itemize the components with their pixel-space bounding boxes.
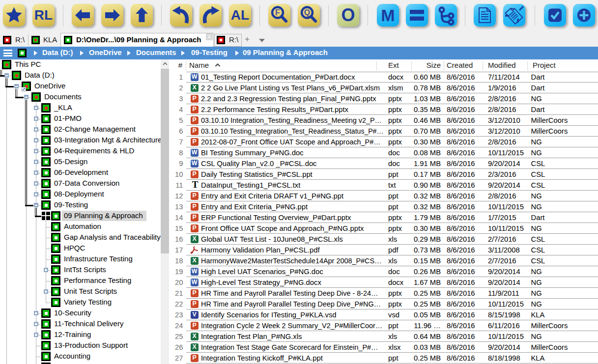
svg-text:Q: Q <box>304 8 310 17</box>
svg-text:F: F <box>275 8 280 17</box>
